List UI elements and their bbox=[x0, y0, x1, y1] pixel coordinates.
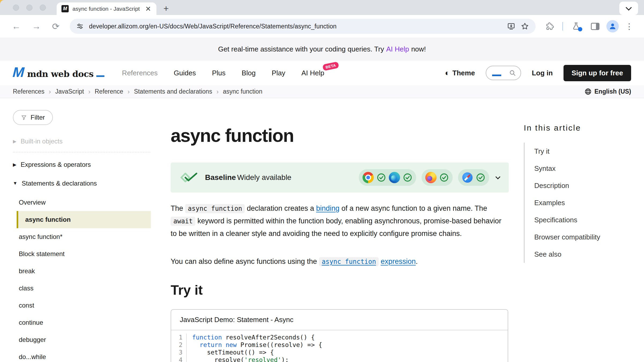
toc-item-description[interactable]: Description bbox=[534, 177, 633, 194]
tab-bar: M async function - JavaScript | ✕ + bbox=[0, 0, 644, 15]
chrome-icon bbox=[363, 172, 374, 183]
crumb-statements[interactable]: Statements and declarations bbox=[134, 88, 212, 95]
sidebar-statement-list: Overview async function async function* … bbox=[13, 194, 151, 362]
sidebar-item-overview[interactable]: Overview bbox=[13, 194, 151, 211]
check-circle-icon bbox=[439, 173, 449, 182]
toc-item-specifications[interactable]: Specifications bbox=[534, 211, 633, 228]
back-icon[interactable]: ← bbox=[8, 21, 24, 31]
nav-blog[interactable]: Blog bbox=[242, 69, 256, 77]
firefox-support-pill bbox=[422, 169, 453, 186]
baseline-status: Baseline Widely available bbox=[205, 173, 291, 182]
demo-code-editor[interactable]: 1function resolveAfter2Seconds() { 2 ret… bbox=[171, 330, 508, 362]
profile-avatar[interactable] bbox=[606, 20, 619, 32]
window-close-button[interactable] bbox=[13, 5, 19, 11]
language-selector[interactable]: English (US) bbox=[584, 88, 631, 95]
code-line: 1function resolveAfter2Seconds() { bbox=[171, 334, 508, 341]
sidebar: Filter ▶ Built-in objects ▶ Expressions … bbox=[0, 98, 153, 362]
mdn-logo[interactable]: M mdn web docs bbox=[13, 67, 104, 79]
nav-guides[interactable]: Guides bbox=[174, 69, 196, 77]
chevron-right-icon: › bbox=[49, 88, 51, 95]
sidebar-item-do-while[interactable]: do...while bbox=[13, 348, 151, 362]
sidebar-item-debugger[interactable]: debugger bbox=[13, 331, 151, 348]
toc-item-try-it[interactable]: Try it bbox=[534, 143, 633, 160]
article: async function Baseline Widely available bbox=[153, 98, 524, 362]
nav-ai-help[interactable]: AI Help BETA bbox=[301, 69, 324, 77]
window-zoom-button[interactable] bbox=[40, 5, 46, 11]
sidebar-item-class[interactable]: class bbox=[13, 280, 151, 297]
async-function-expression-code-link[interactable]: async function bbox=[319, 257, 379, 265]
toc-item-browser-compatibility[interactable]: Browser compatibility bbox=[534, 228, 633, 246]
labs-flask-icon[interactable] bbox=[568, 22, 584, 31]
firefox-icon bbox=[425, 172, 437, 183]
extensions-icon[interactable] bbox=[542, 22, 557, 31]
search-input[interactable] bbox=[486, 66, 521, 80]
collapsed-triangle-icon: ▶ bbox=[13, 162, 16, 168]
site-settings-icon[interactable] bbox=[76, 23, 84, 30]
theme-toggle[interactable]: ◐ Theme bbox=[445, 69, 475, 77]
tab-search-button[interactable] bbox=[619, 2, 638, 15]
new-tab-button[interactable]: + bbox=[163, 4, 169, 15]
sidebar-item-const[interactable]: const bbox=[13, 297, 151, 314]
tab-close-icon[interactable]: ✕ bbox=[144, 5, 152, 12]
baseline-banner[interactable]: Baseline Widely available bbox=[171, 162, 509, 193]
bookmark-star-icon[interactable] bbox=[521, 22, 529, 31]
side-panel-icon[interactable] bbox=[588, 23, 603, 30]
binding-link[interactable]: binding bbox=[316, 204, 339, 212]
url-bar[interactable]: developer.allizom.org/en-US/docs/Web/Jav… bbox=[70, 19, 536, 34]
ai-help-link[interactable]: AI Help bbox=[386, 45, 409, 53]
toolbar-divider bbox=[562, 22, 563, 31]
sidebar-item-async-function[interactable]: async function bbox=[17, 211, 151, 228]
crumb-javascript[interactable]: JavaScript bbox=[55, 88, 84, 95]
window-minimize-button[interactable] bbox=[26, 5, 32, 11]
filter-button[interactable]: Filter bbox=[13, 110, 53, 125]
sidebar-item-continue[interactable]: continue bbox=[13, 314, 151, 331]
promo-banner: Get real-time assistance with your codin… bbox=[0, 38, 644, 61]
install-icon[interactable] bbox=[507, 22, 515, 30]
sidebar-section-built-in-objects[interactable]: ▶ Built-in objects bbox=[13, 132, 151, 151]
edge-icon bbox=[389, 172, 400, 183]
nav-plus[interactable]: Plus bbox=[212, 69, 226, 77]
toc-item-examples[interactable]: Examples bbox=[534, 194, 633, 211]
sidebar-item-block-statement[interactable]: Block statement bbox=[13, 245, 151, 263]
breadcrumb: References › JavaScript › Reference › St… bbox=[13, 88, 262, 95]
baseline-logo-icon bbox=[180, 171, 198, 184]
main-nav: References Guides Plus Blog Play AI Help… bbox=[122, 69, 324, 77]
forward-icon[interactable]: → bbox=[28, 21, 45, 31]
chevron-right-icon: › bbox=[127, 88, 130, 95]
tryit-heading: Try it bbox=[171, 282, 517, 298]
nav-play[interactable]: Play bbox=[272, 69, 286, 77]
chevron-down-icon bbox=[626, 5, 632, 11]
code-line: 4 resolve('resolved'); bbox=[171, 356, 508, 362]
sidebar-item-break[interactable]: break bbox=[13, 263, 151, 280]
mdn-logo-text: mdn web docs bbox=[27, 69, 93, 79]
sidebar-section-expressions[interactable]: ▶ Expressions & operators bbox=[13, 155, 151, 174]
nav-references[interactable]: References bbox=[122, 69, 158, 77]
globe-icon bbox=[584, 88, 592, 95]
table-of-contents: In this article Try it Syntax Descriptio… bbox=[524, 98, 644, 362]
sidebar-section-statements[interactable]: ▼ Statements & declarations bbox=[13, 174, 151, 193]
toc-item-syntax[interactable]: Syntax bbox=[534, 160, 633, 177]
signup-button[interactable]: Sign up for free bbox=[564, 65, 631, 81]
tab-title: async function - JavaScript | bbox=[72, 6, 140, 12]
crumb-reference[interactable]: Reference bbox=[95, 88, 123, 95]
crumb-current[interactable]: async function bbox=[223, 88, 262, 95]
browser-tab[interactable]: M async function - JavaScript | ✕ bbox=[57, 2, 156, 15]
toc-item-see-also[interactable]: See also bbox=[534, 246, 633, 263]
login-link[interactable]: Log in bbox=[532, 69, 553, 77]
promo-text-after: now! bbox=[411, 45, 426, 53]
mdn-favicon-icon: M bbox=[61, 5, 69, 12]
expression-link[interactable]: expression bbox=[381, 257, 416, 265]
site-header: M mdn web docs References Guides Plus Bl… bbox=[0, 61, 644, 85]
reload-icon[interactable]: ⟳ bbox=[48, 21, 63, 32]
check-circle-icon bbox=[403, 173, 412, 182]
check-circle-icon bbox=[376, 173, 386, 182]
mdn-logo-mark: M bbox=[12, 67, 26, 78]
browser-menu-icon[interactable]: ⋮ bbox=[623, 22, 636, 31]
promo-text: Get real-time assistance with your codin… bbox=[218, 45, 384, 53]
baseline-expand-chevron-icon[interactable] bbox=[495, 174, 500, 179]
crumb-references[interactable]: References bbox=[13, 88, 45, 95]
sidebar-item-async-function-star[interactable]: async function* bbox=[13, 228, 151, 245]
beta-badge: BETA bbox=[323, 61, 339, 71]
url-text[interactable]: developer.allizom.org/en-US/docs/Web/Jav… bbox=[89, 23, 502, 30]
inline-code: async function bbox=[185, 204, 245, 213]
